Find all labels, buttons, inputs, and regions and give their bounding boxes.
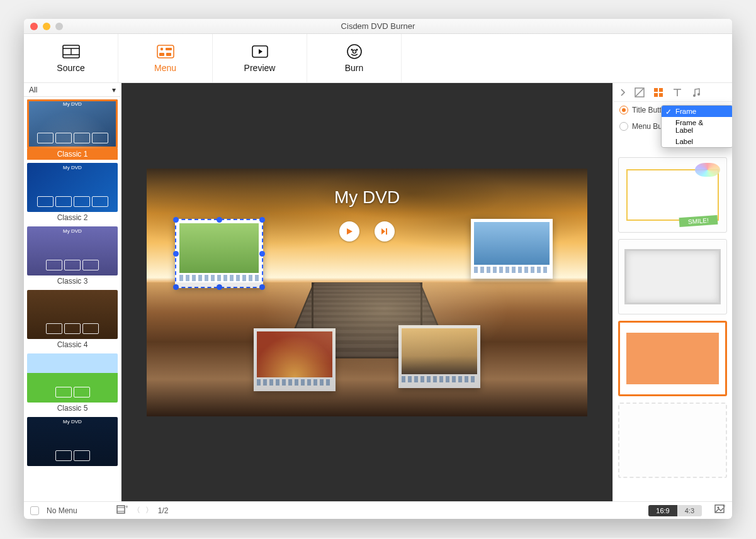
tab-label: Burn [345,63,364,73]
template-item[interactable]: My DVD [27,417,118,469]
frame-style-item[interactable] [618,403,727,478]
close-icon[interactable] [30,23,38,30]
svg-marker-10 [259,49,262,54]
svg-text:+: + [723,504,726,509]
filmstrip-icon [62,44,80,59]
svg-point-12 [353,50,356,53]
tab-source[interactable]: Source [24,34,118,82]
svg-line-19 [636,89,643,96]
frame-mode-dropdown[interactable]: Frame Frame & Label Label [661,105,732,148]
no-menu-checkbox[interactable] [30,506,39,515]
svg-rect-8 [166,53,171,56]
property-tabs [613,83,732,102]
template-sidebar: All ▾ My DVD Classic 1 My DVD Classic 2 … [24,83,121,501]
svg-text:+: + [125,504,128,510]
template-item[interactable]: My DVD Classic 3 [27,226,118,287]
scene-button-3[interactable] [254,328,336,391]
svg-rect-26 [117,506,125,513]
aspect-option[interactable]: 16:9 [648,505,677,516]
tab-label: Preview [244,63,276,73]
menu-layout-icon [157,44,174,59]
template-item[interactable]: Classic 5 [27,353,118,414]
template-caption: Classic 5 [27,403,118,414]
scene-button-2[interactable] [471,219,553,279]
bottom-bar: No Menu + 〈 〉 1/2 16:9 4:3 + [24,501,732,519]
scene-button-1[interactable] [175,219,263,288]
add-page-icon[interactable]: + [116,504,128,516]
tab-label: Menu [154,63,176,73]
page-controls: + 〈 〉 1/2 [116,504,169,516]
next-button[interactable] [375,221,395,242]
aspect-ratio-toggle[interactable]: 16:9 4:3 [648,505,702,516]
svg-marker-15 [347,228,353,235]
music-icon[interactable] [691,87,701,97]
template-item[interactable]: Classic 4 [27,290,118,350]
svg-point-14 [356,48,358,50]
svg-point-31 [718,507,719,509]
playback-controls [339,221,395,242]
prev-page-icon[interactable]: 〈 [133,505,140,516]
tab-label: Source [57,63,84,73]
svg-rect-20 [654,88,658,92]
svg-rect-4 [157,45,174,58]
pier-decor [266,282,468,416]
svg-point-25 [697,93,700,96]
next-page-icon[interactable]: 〉 [145,505,153,516]
page-indicator: 1/2 [158,506,169,515]
window-title: Cisdem DVD Burner [24,21,732,31]
collapse-arrow-icon[interactable] [619,88,626,97]
minimize-icon[interactable] [43,23,50,30]
frame-style-item[interactable] [618,321,727,396]
app-window: Cisdem DVD Burner Source Menu Preview Bu… [24,19,732,519]
svg-rect-22 [654,93,658,97]
template-list[interactable]: My DVD Classic 1 My DVD Classic 2 My DVD… [24,97,121,501]
template-item[interactable]: My DVD Classic 2 [27,163,118,223]
titlebar: Cisdem DVD Burner [24,19,732,34]
template-caption: Classic 4 [27,339,118,350]
svg-rect-7 [159,53,164,56]
svg-point-13 [351,48,353,50]
svg-point-11 [347,45,361,58]
dropdown-option[interactable]: Label [662,136,732,147]
svg-marker-16 [381,228,385,235]
no-menu-label: No Menu [47,506,77,515]
frame-style-item[interactable] [618,157,727,233]
canvas-area: My DVD [121,83,612,501]
svg-rect-21 [659,88,663,92]
content-area: All ▾ My DVD Classic 1 My DVD Classic 2 … [24,83,732,501]
template-filter-dropdown[interactable]: All ▾ [24,83,121,97]
radio-icon [619,106,628,114]
disc-icon [346,44,363,59]
dropdown-option[interactable]: Frame [662,106,732,117]
template-item[interactable]: My DVD Classic 1 [27,99,118,160]
svg-point-5 [160,47,162,50]
template-caption: Classic 2 [27,212,118,223]
frame-style-list[interactable] [613,152,732,501]
frame-style-item[interactable] [618,239,727,314]
svg-point-24 [693,94,696,97]
main-toolbar: Source Menu Preview Burn [24,34,732,83]
template-caption [27,466,118,469]
tab-preview[interactable]: Preview [213,34,307,82]
dropdown-option[interactable]: Frame & Label [662,117,732,136]
svg-rect-23 [659,93,663,97]
scene-button-4[interactable] [398,325,480,388]
chevron-down-icon: ▾ [112,86,116,94]
tab-burn[interactable]: Burn [307,34,402,82]
svg-rect-6 [166,48,172,50]
background-image-icon[interactable]: + [714,504,726,516]
play-rect-icon [251,44,269,59]
frame-icon[interactable] [653,87,663,97]
template-caption: Classic 1 [27,148,118,160]
svg-rect-17 [386,228,387,235]
dvd-title[interactable]: My DVD [147,187,587,208]
tab-menu[interactable]: Menu [118,34,213,82]
zoom-icon[interactable] [55,23,63,30]
aspect-option[interactable]: 4:3 [677,505,702,516]
play-button[interactable] [339,221,359,242]
template-caption: Classic 3 [27,275,118,287]
menu-canvas[interactable]: My DVD [147,169,587,416]
window-controls [24,23,63,30]
text-icon[interactable] [672,87,682,97]
no-pattern-icon[interactable] [635,87,645,97]
